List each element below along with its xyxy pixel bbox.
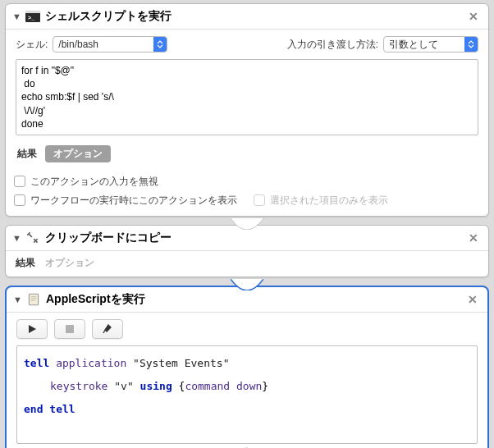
shell-label: シェル: [16,38,48,52]
tabs-row: 結果 オプション [6,251,488,277]
svg-text:>_: >_ [28,15,34,21]
shell-value: /bin/bash [58,39,149,50]
action-title: AppleScriptを実行 [46,292,145,307]
checkbox-show-action-label: ワークフローの実行時にこのアクションを表示 [30,194,237,208]
checkbox-selected-only-label: 選択された項目のみを表示 [270,194,388,208]
resize-grip-icon[interactable]: ○ [16,444,478,448]
input-method-label: 入力の引き渡し方法: [287,38,378,52]
str-v: "v" [107,380,140,392]
tab-options[interactable]: オプション [45,145,111,162]
brace-close: } [262,380,268,392]
clipboard-tools-icon [25,231,40,245]
tab-results[interactable]: 結果 [17,147,37,161]
connector-icon [5,218,489,230]
close-icon[interactable]: ✕ [465,231,482,245]
stop-icon [65,324,75,334]
str-sysevents: "System Events" [126,357,229,369]
run-button[interactable] [16,319,48,339]
checkbox-ignore-input-row: このアクションの入力を無視 [6,172,488,191]
checkbox-show-action[interactable] [14,194,25,206]
applescript-icon [26,293,41,306]
close-icon[interactable]: ✕ [464,293,481,306]
action-header[interactable]: ▼ AppleScriptを実行 ✕ [7,287,487,313]
kw-using: using [140,380,172,392]
action-title: クリップボードにコピー [45,231,172,245]
play-icon [27,324,37,334]
compile-button[interactable] [92,319,123,339]
chevron-updown-icon [464,37,478,52]
cmd-keystroke: keystroke [50,380,107,392]
close-icon[interactable]: ✕ [465,10,482,23]
disclosure-triangle-icon[interactable]: ▼ [12,11,22,21]
checkbox-show-action-row: ワークフローの実行時にこのアクションを表示 選択された項目のみを表示 [6,191,488,216]
tab-options[interactable]: オプション [45,256,94,270]
checkbox-selected-only [254,194,265,206]
disclosure-triangle-icon[interactable]: ▼ [12,233,22,243]
shell-script-textarea[interactable]: for f in "$@" do echo smb:$f | sed 's/\ … [16,59,478,135]
kw-tell: tell [24,357,49,369]
brace-open: { [172,380,185,392]
svg-rect-1 [25,11,40,13]
mod-command-down: command down [185,380,262,392]
shell-config-row: シェル: /bin/bash 入力の引き渡し方法: 引数として [16,36,478,53]
stop-button[interactable] [54,319,85,339]
chevron-updown-icon [153,37,167,52]
disclosure-triangle-icon[interactable]: ▼ [13,295,23,304]
action-title: シェルスクリプトを実行 [45,9,172,24]
tabs-row: 結果 オプション [16,140,478,169]
input-method-select[interactable]: 引数として [383,36,478,53]
action-header[interactable]: ▼ >_ シェルスクリプトを実行 ✕ [6,4,488,30]
checkbox-ignore-input[interactable] [14,176,25,187]
hammer-icon [102,323,113,335]
terminal-icon: >_ [25,10,40,23]
input-method-value: 引数として [389,38,460,52]
tab-results[interactable]: 結果 [16,256,35,270]
shell-select[interactable]: /bin/bash [53,36,167,53]
applescript-textarea[interactable]: tell application "System Events" keystro… [16,345,478,444]
action-copy-clipboard: ▼ クリップボードにコピー ✕ 結果 オプション [5,225,489,277]
script-toolbar [16,319,478,345]
kw-end-tell: end tell [24,403,75,415]
svg-rect-3 [29,294,38,305]
svg-rect-4 [66,325,74,333]
action-shell-script: ▼ >_ シェルスクリプトを実行 ✕ シェル: /bin/bash 入力の引き渡… [5,3,489,217]
connector-icon [5,279,489,290]
action-applescript: ▼ AppleScriptを実行 ✕ tell application "Sys… [5,286,489,448]
kw-application: application [49,357,126,369]
checkbox-ignore-input-label: このアクションの入力を無視 [30,175,158,189]
